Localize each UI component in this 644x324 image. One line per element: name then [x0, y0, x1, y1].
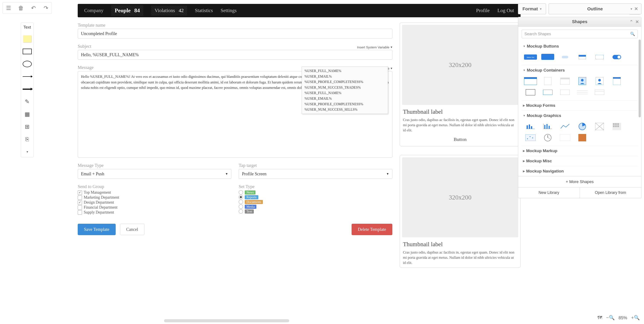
variable-option[interactable]: %USER_NUM_SUCCESS_SELLS%: [304, 107, 386, 112]
trash-button[interactable]: 🗑: [16, 4, 25, 12]
shape-grid[interactable]: [609, 122, 624, 131]
outline-panel-button[interactable]: Outline ▾ ✕: [548, 4, 642, 14]
more-shapes-button[interactable]: + More Shapes: [518, 176, 641, 187]
panel-scrollbar[interactable]: [638, 40, 641, 117]
open-library-button[interactable]: Open Library from: [580, 187, 642, 198]
save-template-button[interactable]: Save Template: [78, 224, 116, 235]
cancel-button[interactable]: Cancel: [120, 224, 144, 235]
variable-option[interactable]: %USER_FULL_NAME%: [304, 68, 386, 74]
group-checkbox-item[interactable]: ✓Top Management: [78, 190, 231, 195]
collapse-icon[interactable]: ⌃: [630, 19, 633, 25]
new-library-button[interactable]: New Library: [518, 187, 580, 198]
nav-item-statistics[interactable]: Statistics: [195, 8, 213, 14]
map-icon[interactable]: 🗺: [598, 315, 602, 320]
group-checkbox-item[interactable]: Marketing Department: [78, 195, 231, 200]
variable-option[interactable]: %USER_EMAIL%: [304, 74, 386, 79]
zoom-out-button[interactable]: −🔍: [606, 315, 615, 320]
shape-button-two-row[interactable]: [540, 53, 555, 62]
nav-profile[interactable]: Profile: [476, 8, 490, 14]
shape-linechart[interactable]: [558, 122, 572, 131]
shape-window[interactable]: [523, 77, 538, 86]
category-header[interactable]: ▼Mockup Containers: [522, 65, 638, 75]
type-radio-item[interactable]: Text: [239, 209, 392, 214]
shapes-tool[interactable]: ▦: [23, 111, 32, 117]
message-type-label: Message Type: [78, 163, 231, 168]
add-page-tool[interactable]: ⎘: [23, 136, 32, 142]
radio-icon: [239, 195, 243, 199]
variable-option[interactable]: %USER_NUM_SUCCESS_TRADES%: [304, 85, 386, 90]
type-radio-item[interactable]: News: [239, 190, 392, 195]
type-radio-item[interactable]: Media: [239, 205, 392, 209]
group-checkbox-item[interactable]: Supply Department: [78, 210, 231, 215]
shape-scatter[interactable]: [523, 133, 538, 142]
freehand-tool[interactable]: ✎: [23, 98, 32, 105]
template-name-input[interactable]: Uncompleted Profile: [78, 29, 392, 39]
ellipse-tool[interactable]: [23, 61, 32, 67]
zoom-in-button[interactable]: +🔍: [631, 315, 640, 320]
shape-card[interactable]: [575, 53, 590, 62]
category-header[interactable]: ▶Mockup Navigation: [522, 166, 638, 176]
text-tool[interactable]: Text: [24, 25, 31, 30]
shape-lines[interactable]: [575, 88, 590, 97]
category-header[interactable]: ▶Mockup Markup: [522, 146, 638, 156]
variable-option[interactable]: %USER_PROFILE_COMPLETENESS%: [304, 79, 386, 85]
thumbnail-button[interactable]: Button: [402, 137, 518, 142]
sticky-note-tool[interactable]: [23, 36, 32, 42]
close-icon[interactable]: ✕: [634, 6, 638, 12]
shape-tabbed[interactable]: [592, 88, 607, 97]
nav-violations-group[interactable]: Violations 42: [151, 6, 187, 16]
table-tool[interactable]: ⊞: [23, 123, 32, 130]
shape-input[interactable]: [592, 53, 607, 62]
rectangle-tool[interactable]: [23, 48, 32, 55]
canvas[interactable]: Company People 84 Violations 42 Statisti…: [78, 4, 520, 276]
undo-button[interactable]: ↶: [29, 4, 38, 12]
arrow-tool[interactable]: [23, 86, 32, 92]
category-header[interactable]: ▶Mockup Misc: [522, 156, 638, 166]
shape-gauge[interactable]: [540, 133, 555, 142]
subject-insert-variable[interactable]: Insert System Variable ▾: [357, 45, 392, 49]
group-checkbox-item[interactable]: Financial Department: [78, 205, 231, 210]
shape-panel[interactable]: [540, 77, 555, 86]
nav-item-settings[interactable]: Settings: [220, 8, 236, 14]
type-radio-item[interactable]: Documents: [239, 200, 392, 204]
menu-button[interactable]: ☰: [4, 4, 13, 12]
shape-rect-black[interactable]: [523, 88, 538, 97]
horizontal-scrollbar[interactable]: [164, 319, 289, 322]
shape-avatar[interactable]: [592, 77, 607, 86]
shape-pill[interactable]: [558, 53, 572, 62]
message-type-select[interactable]: Email + Push ▼: [78, 169, 231, 179]
shape-avatar-portrait[interactable]: [575, 77, 590, 86]
shape-titled-box[interactable]: [609, 77, 624, 86]
search-shapes-input[interactable]: Search Shapes 🔍: [522, 30, 638, 38]
shape-toggle[interactable]: [609, 53, 624, 62]
nav-people-group[interactable]: People 84: [111, 5, 143, 16]
shape-texture[interactable]: [575, 133, 590, 142]
category-header[interactable]: ▶Mockup Forms: [522, 100, 638, 110]
line-tool[interactable]: [23, 73, 32, 80]
subject-input[interactable]: Hello, %USER_FULL_NAME%: [78, 50, 392, 60]
type-radio-item[interactable]: Reports: [239, 195, 392, 199]
shape-barchart[interactable]: [523, 122, 538, 131]
close-icon[interactable]: ✕: [635, 19, 639, 25]
nav-brand[interactable]: Company: [84, 8, 104, 14]
category-header[interactable]: ▼Mockup Graphics: [522, 110, 638, 121]
shape-rect-blue[interactable]: [540, 88, 555, 97]
delete-template-button[interactable]: Delete Template: [352, 224, 392, 235]
shape-placeholder[interactable]: [592, 122, 607, 131]
format-panel-button[interactable]: Format ▾: [518, 4, 546, 14]
shape-rect-gray[interactable]: [558, 88, 572, 97]
category-header[interactable]: ▼Mockup Buttons: [522, 41, 638, 51]
shape-piechart[interactable]: [575, 122, 590, 131]
variable-option[interactable]: %USER_FULL_NAME%: [304, 90, 386, 96]
variable-option[interactable]: %USER_PROFILE_COMPLETENESS%: [304, 101, 386, 107]
expand-tools[interactable]: ▾: [23, 148, 32, 155]
variable-option[interactable]: %USER_EMAIL%: [304, 96, 386, 101]
shape-browser[interactable]: [558, 77, 572, 86]
tap-target-select[interactable]: Profile Screen ▼: [239, 169, 392, 179]
nav-logout[interactable]: Log Out: [498, 8, 514, 14]
shape-columnchart[interactable]: [540, 122, 555, 131]
shape-button[interactable]: Button Text: [523, 53, 538, 62]
redo-button[interactable]: ↷: [42, 4, 50, 12]
shape-blank[interactable]: [558, 133, 572, 142]
group-checkbox-item[interactable]: ✓Design Department: [78, 200, 231, 205]
